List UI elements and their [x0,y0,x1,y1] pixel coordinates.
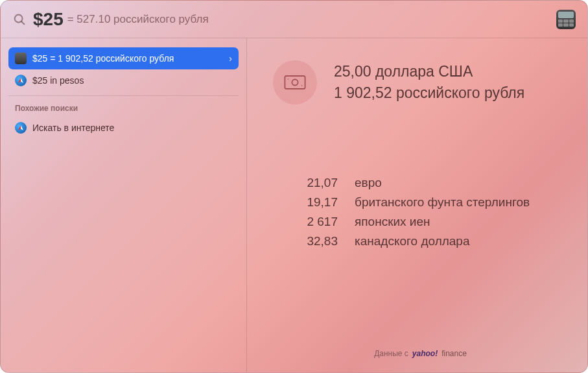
safari-icon [15,122,27,134]
search-query[interactable]: $25 [33,9,64,30]
results-sidebar: $25 = 1 902,52 российского рубля › $25 i… [1,38,247,373]
svg-point-3 [292,79,298,85]
safari-icon [15,75,27,86]
attribution-prefix: Данные с [374,349,408,358]
primary-amount: 25,00 доллара США [334,61,524,82]
yahoo-finance-text: finance [441,349,467,358]
svg-rect-2 [285,76,305,89]
conversion-currency: британского фунта стерлингов [355,195,568,210]
svg-line-1 [21,21,24,23]
conversion-amount: 21,07 [273,176,338,190]
result-label: $25 in pesos [32,75,232,86]
svg-point-4 [288,78,288,79]
svg-point-5 [301,85,302,86]
detail-pane: 25,00 доллара США 1 902,52 российского р… [247,38,587,373]
section-header: Похожие поиски [8,95,239,117]
currency-icon [273,60,317,104]
search-inline-result: = 527.10 российского рубля [67,13,209,26]
conversion-currency: канадского доллара [355,234,568,248]
result-item-conversion[interactable]: $25 = 1 902,52 российского рубля › [8,47,239,69]
yahoo-logo: yahoo! [412,349,438,358]
conversion-table: 21,07 евро 19,17 британского фунта стерл… [273,176,568,248]
data-attribution[interactable]: Данные с yahoo!finance [374,349,467,362]
calculator-icon [15,53,27,64]
hero-text: 25,00 доллара США 1 902,52 российского р… [334,61,524,104]
spotlight-window: $25 = 527.10 российского рубля $25 = 1 9… [0,0,588,373]
content-body: $25 = 1 902,52 российского рубля › $25 i… [1,38,587,373]
conversion-amount: 32,83 [273,234,338,248]
hero-row: 25,00 доллара США 1 902,52 российского р… [273,60,568,104]
conversion-amount: 2 617 [273,215,338,229]
search-icon [12,12,27,27]
conversion-amount: 19,17 [273,195,338,210]
conversion-currency: евро [355,176,568,190]
search-bar[interactable]: $25 = 527.10 российского рубля [1,1,587,38]
result-item-search-web[interactable]: Искать в интернете [8,117,239,139]
calculator-app-icon[interactable] [556,10,576,29]
result-label: $25 = 1 902,52 российского рубля [32,53,223,64]
primary-converted: 1 902,52 российского рубля [334,82,524,104]
chevron-right-icon: › [229,53,232,64]
result-item-web[interactable]: $25 in pesos [8,69,239,91]
conversion-currency: японских иен [355,215,568,229]
result-label: Искать в интернете [32,123,232,133]
